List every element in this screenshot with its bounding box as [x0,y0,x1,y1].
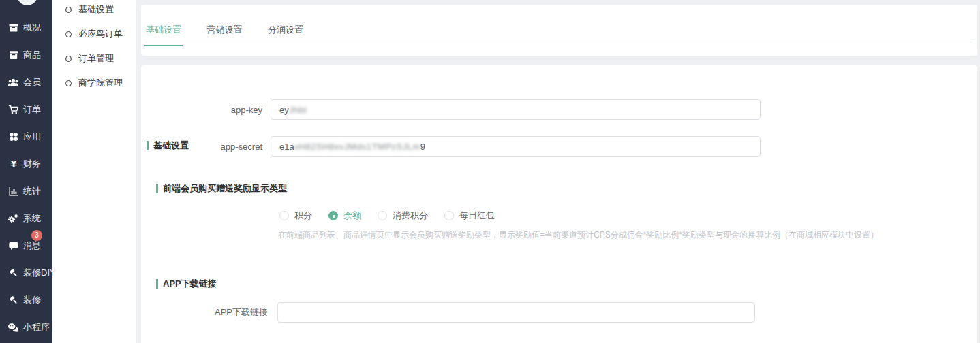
gavel-icon [7,267,19,279]
system-icon [7,213,19,225]
user-avatar[interactable] [17,0,37,5]
sidebar-item-label: 订单 [23,103,41,116]
sidebar-item-label: 统计 [23,185,41,197]
sidebar-item-label: 装修DIY [23,267,56,279]
app-secret-label: app-secret [141,142,262,152]
field-row-app-key: app-key eyJhbt [141,99,761,120]
submenu-item-order-management[interactable]: 订单管理 [52,46,136,71]
sidebar-item-label: 财务 [23,158,41,170]
goods-icon [7,50,19,61]
sidebar-item-finance[interactable]: ¥ 财务 [0,150,52,178]
field-row-app-download-link: APP下载链接 [141,302,755,323]
reward-help-text: 在前端商品列表、商品详情页中显示会员购买赠送奖励类型，显示奖励值=当前渠道预计C… [278,229,878,241]
reward-type-radio-group: 积分 余额 消费积分 每日红包 [279,210,511,222]
sidebar-item-members[interactable]: 会员 [0,69,52,96]
section-header-reward-type: 前端会员购买赠送奖励显示类型 [156,182,287,195]
radio-points[interactable]: 积分 [279,210,312,222]
sidebar-item-messages[interactable]: 消息 3 [0,232,52,259]
circle-bullet-icon [65,80,72,86]
app-download-link-label: APP下载链接 [141,306,268,318]
apps-icon [7,131,19,143]
svg-text:¥: ¥ [10,159,17,169]
secondary-menu: 基础设置 必应鸟订单 订单管理 商学院管理 [52,0,136,343]
message-count-badge: 3 [31,230,42,241]
app-secret-value-suffix: 9 [420,142,425,152]
miniprogram-icon [7,322,19,333]
app-secret-value-visible: e1a [279,142,294,152]
sidebar-item-system[interactable]: 系统 [0,205,52,232]
radio-icon [444,211,454,220]
tab-profit-settings[interactable]: 分润设置 [268,20,303,46]
tabs-card: 基础设置 营销设置 分润设置 [141,5,977,56]
section-marker-bar [156,279,158,289]
overview-icon [7,22,19,34]
sidebar-item-miniprogram[interactable]: 小程序 [0,314,52,341]
app-key-value-visible: ey [279,105,289,115]
main-sidebar: 概况 商品 会员 订单 应用 ¥ [0,0,52,343]
section-header-app-link: APP下载链接 [156,278,217,290]
app-download-link-input[interactable] [277,302,755,323]
stats-icon [7,186,19,197]
sidebar-item-label: 消息 [23,240,41,252]
sidebar-item-label: 概况 [23,22,41,34]
app-key-label: app-key [141,105,262,115]
circle-bullet-icon [65,31,72,37]
submenu-item-label: 必应鸟订单 [78,28,123,40]
sidebar-item-label: 应用 [23,131,41,143]
sidebar-item-overview[interactable]: 概况 [0,14,52,42]
radio-balance[interactable]: 余额 [328,210,361,222]
app-secret-input[interactable]: e1avH82SH8xvJMds1TMPzSJLm9 [271,136,761,157]
sidebar-item-decorate[interactable]: 装修 [0,287,52,314]
sidebar-item-orders[interactable]: 订单 [0,96,52,123]
sidebar-item-label: 会员 [23,76,41,88]
sidebar-item-goods[interactable]: 商品 [0,42,52,69]
section-title: 前端会员购买赠送奖励显示类型 [163,182,287,195]
sidebar-item-label: 系统 [23,212,41,225]
submenu-item-academy-management[interactable]: 商学院管理 [52,71,136,95]
submenu-item-basic-settings[interactable]: 基础设置 [52,0,136,22]
message-icon [7,240,19,252]
sidebar-item-label: 小程序 [23,321,50,333]
sidebar-item-apps[interactable]: 应用 [0,123,52,150]
finance-icon: ¥ [7,159,19,170]
section-title: APP下载链接 [163,278,217,290]
submenu-item-label: 订单管理 [78,52,114,65]
radio-icon-checked [328,211,338,220]
radio-daily-redpacket[interactable]: 每日红包 [444,210,495,222]
app-key-input[interactable]: eyJhbt [271,99,761,120]
orders-icon [7,104,19,116]
section-marker-bar [156,184,158,193]
sidebar-item-label: 商品 [23,49,41,61]
radio-consume-points[interactable]: 消费积分 [378,210,428,222]
submenu-item-bingbird-orders[interactable]: 必应鸟订单 [52,22,136,46]
circle-bullet-icon [65,7,72,13]
app-secret-value-masked: vH82SH8xvJMds1TMPzSJLm [294,142,420,152]
tab-bar: 基础设置 营销设置 分润设置 [146,20,973,42]
settings-form-card: 基础设置 app-key eyJhbt app-secret e1avH82SH… [141,65,977,343]
tab-basic-settings[interactable]: 基础设置 [146,20,181,46]
sidebar-item-stats[interactable]: 统计 [0,178,52,205]
submenu-item-label: 基础设置 [78,3,114,16]
sidebar-item-label: 装修 [23,294,41,306]
circle-bullet-icon [65,56,72,62]
gavel-icon [7,295,19,306]
field-row-app-secret: app-secret e1avH82SH8xvJMds1TMPzSJLm9 [141,136,761,157]
tab-marketing-settings[interactable]: 营销设置 [206,20,242,46]
app-key-value-masked: Jhbt [289,105,307,115]
radio-icon [378,211,387,220]
submenu-item-label: 商学院管理 [78,77,123,89]
members-icon [7,77,19,88]
sidebar-item-decorate-diy[interactable]: 装修DIY [0,259,52,287]
radio-icon [279,211,289,220]
